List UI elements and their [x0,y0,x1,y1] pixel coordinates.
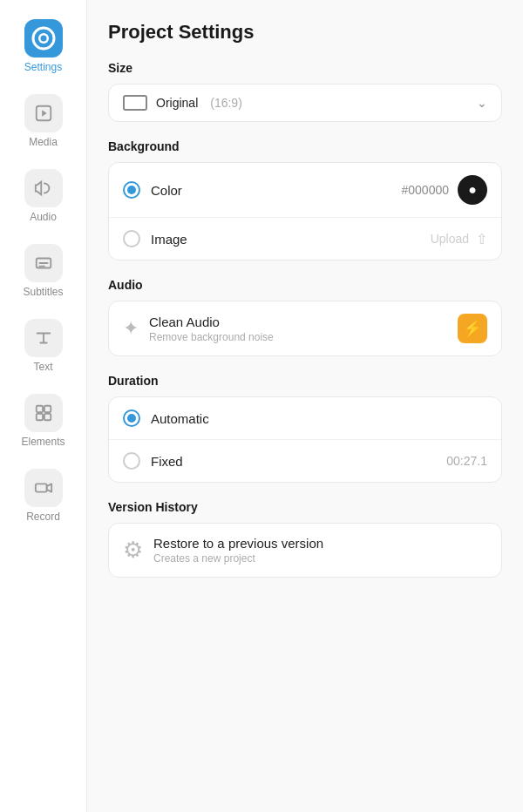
image-radio[interactable] [123,230,140,247]
subtitles-icon-wrap [24,244,63,282]
upload-text: Upload [431,232,469,246]
sidebar-label-subtitles: Subtitles [23,286,63,298]
restore-sub: Creates a new project [153,552,323,565]
sidebar-item-audio[interactable]: Audio [4,160,83,232]
sparkle-icon: ✦ [123,317,139,340]
duration-fixed-row[interactable]: Fixed 00:27.1 [109,440,501,482]
sidebar-label-audio: Audio [30,211,57,223]
elements-icon-wrap [24,394,63,432]
duration-automatic-row[interactable]: Automatic [109,397,501,440]
svg-rect-5 [36,406,42,412]
version-history-card: ⚙ Restore to a previous version Creates … [108,523,502,578]
background-color-row[interactable]: Color #000000 ● [109,163,501,218]
record-icon-wrap [24,469,63,507]
size-left: Original (16:9) [123,95,242,111]
restore-text: Restore to a previous version Creates a … [153,536,323,565]
elements-icon [34,403,53,423]
svg-rect-6 [44,406,50,412]
upload-right: Upload ⇧ [431,231,487,247]
settings-circle-icon [31,25,57,51]
duration-card: Automatic Fixed 00:27.1 [108,396,502,483]
size-section-label: Size [108,61,502,75]
page-title: Project Settings [108,21,502,44]
text-icon [34,328,53,348]
puzzle-icon: ⚙ [123,537,143,564]
background-image-row[interactable]: Image Upload ⇧ [109,218,501,260]
fixed-radio[interactable] [123,452,140,470]
restore-row[interactable]: ⚙ Restore to a previous version Creates … [109,524,501,577]
clean-audio-title: Clean Audio [149,315,458,329]
background-card: Color #000000 ● Image Upload ⇧ [108,162,502,261]
automatic-radio[interactable] [123,409,140,427]
sidebar: Settings Media Audio Subtitles [0,0,87,812]
lightning-button[interactable]: ⚡ [458,314,487,343]
color-right: #000000 ● [401,175,487,205]
settings-icon-wrap [24,19,63,58]
svg-rect-8 [44,414,50,420]
audio-section-label: Audio [108,278,502,292]
audio-card: ✦ Clean Audio Remove background noise ⚡ [108,301,502,356]
svg-point-2 [40,36,46,42]
eyedropper-icon: ● [468,182,477,198]
upload-icon[interactable]: ⇧ [476,231,487,247]
sidebar-item-subtitles[interactable]: Subtitles [4,235,83,307]
color-radio[interactable] [123,181,140,199]
lightning-icon: ⚡ [463,319,482,338]
sidebar-label-elements: Elements [21,436,65,448]
sidebar-label-media: Media [29,136,58,148]
size-card: Original (16:9) ⌄ [108,84,502,122]
main-content: Project Settings Size Original (16:9) ⌄ … [87,0,523,812]
size-dropdown[interactable]: Original (16:9) ⌄ [109,85,501,121]
sidebar-item-text[interactable]: Text [4,310,83,382]
sidebar-item-settings[interactable]: Settings [4,10,83,82]
color-hex-value: #000000 [401,183,449,197]
background-section-label: Background [108,139,502,153]
duration-section-label: Duration [108,374,502,388]
automatic-label: Automatic [151,411,209,426]
clean-audio-subtitle: Remove background noise [149,331,458,343]
fixed-duration-value: 00:27.1 [446,454,487,468]
audio-icon [34,179,53,198]
aspect-ratio-icon [123,95,147,111]
sidebar-item-elements[interactable]: Elements [4,385,83,457]
media-icon [34,104,53,123]
restore-title: Restore to a previous version [153,536,323,551]
sidebar-item-record[interactable]: Record [4,460,83,531]
record-icon [34,478,53,497]
media-icon-wrap [24,94,63,132]
fixed-label: Fixed [151,454,183,469]
svg-rect-7 [36,414,42,420]
audio-icon-wrap [24,169,63,207]
color-label: Color [151,183,182,198]
text-icon-wrap [24,319,63,357]
sidebar-label-record: Record [26,511,60,523]
image-label: Image [151,232,187,247]
size-value: Original [156,96,198,110]
version-history-section-label: Version History [108,500,502,514]
color-radio-fill [127,186,136,194]
audio-text: Clean Audio Remove background noise [149,315,458,343]
svg-rect-9 [35,484,46,491]
size-sub: (16:9) [210,96,242,110]
sidebar-label-text: Text [33,361,52,373]
sidebar-label-settings: Settings [24,61,62,73]
sidebar-item-media[interactable]: Media [4,85,83,157]
chevron-down-icon: ⌄ [477,96,487,110]
color-swatch-button[interactable]: ● [458,175,487,205]
subtitles-icon [34,254,53,273]
clean-audio-row[interactable]: ✦ Clean Audio Remove background noise ⚡ [109,301,501,355]
automatic-radio-fill [127,414,136,423]
